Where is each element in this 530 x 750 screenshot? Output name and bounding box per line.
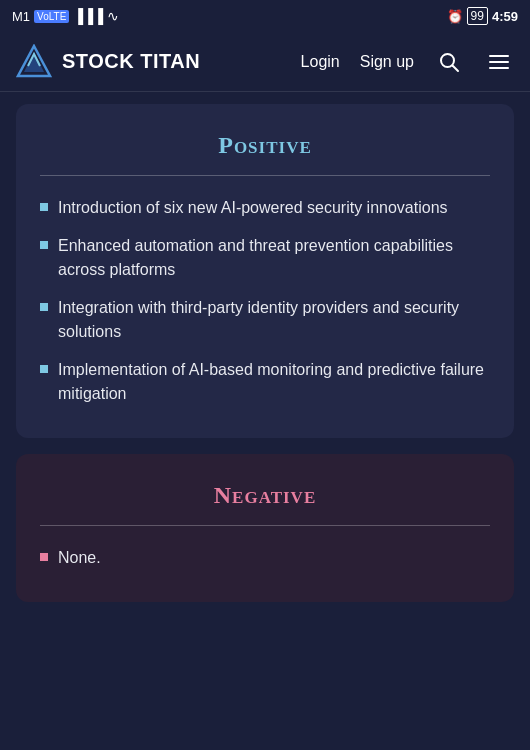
- bullet-icon: [40, 365, 48, 373]
- negative-divider: [40, 525, 490, 526]
- positive-bullet-list: Introduction of six new AI-powered secur…: [40, 196, 490, 406]
- negative-bullet-list: None.: [40, 546, 490, 570]
- hamburger-icon: [488, 51, 510, 73]
- status-left: M1 VoLTE ▐▐▐ ∿: [12, 8, 119, 24]
- logo-icon: [16, 44, 52, 80]
- carrier-label: M1: [12, 9, 30, 24]
- negative-title: Negative: [40, 482, 490, 509]
- battery-indicator: 99: [467, 7, 488, 25]
- bullet-text: Introduction of six new AI-powered secur…: [58, 196, 448, 220]
- svg-line-3: [453, 65, 459, 71]
- status-right: ⏰ 99 4:59: [447, 7, 518, 25]
- time-label: 4:59: [492, 9, 518, 24]
- bullet-icon: [40, 303, 48, 311]
- bullet-text: Integration with third-party identity pr…: [58, 296, 490, 344]
- list-item: Introduction of six new AI-powered secur…: [40, 196, 490, 220]
- content-area: Positive Introduction of six new AI-powe…: [0, 92, 530, 630]
- bullet-text: Implementation of AI-based monitoring an…: [58, 358, 490, 406]
- negative-card: Negative None.: [16, 454, 514, 602]
- login-link[interactable]: Login: [301, 53, 340, 71]
- list-item: Implementation of AI-based monitoring an…: [40, 358, 490, 406]
- search-button[interactable]: [434, 47, 464, 77]
- positive-card: Positive Introduction of six new AI-powe…: [16, 104, 514, 438]
- brand: STOCK TITAN: [16, 44, 301, 80]
- bullet-text: None.: [58, 546, 101, 570]
- bullet-icon: [40, 553, 48, 561]
- signal-icon: ▐▐▐: [73, 8, 103, 24]
- bullet-icon: [40, 203, 48, 211]
- wifi-icon: ∿: [107, 8, 119, 24]
- alarm-icon: ⏰: [447, 9, 463, 24]
- navbar-links: Login Sign up: [301, 47, 514, 77]
- bullet-text: Enhanced automation and threat preventio…: [58, 234, 490, 282]
- volte-badge: VoLTE: [34, 10, 69, 23]
- positive-divider: [40, 175, 490, 176]
- navbar: STOCK TITAN Login Sign up: [0, 32, 530, 92]
- positive-title: Positive: [40, 132, 490, 159]
- brand-name: STOCK TITAN: [62, 50, 200, 73]
- list-item: None.: [40, 546, 490, 570]
- status-bar: M1 VoLTE ▐▐▐ ∿ ⏰ 99 4:59: [0, 0, 530, 32]
- bullet-icon: [40, 241, 48, 249]
- list-item: Integration with third-party identity pr…: [40, 296, 490, 344]
- menu-button[interactable]: [484, 47, 514, 77]
- search-icon: [438, 51, 460, 73]
- signup-link[interactable]: Sign up: [360, 53, 414, 71]
- list-item: Enhanced automation and threat preventio…: [40, 234, 490, 282]
